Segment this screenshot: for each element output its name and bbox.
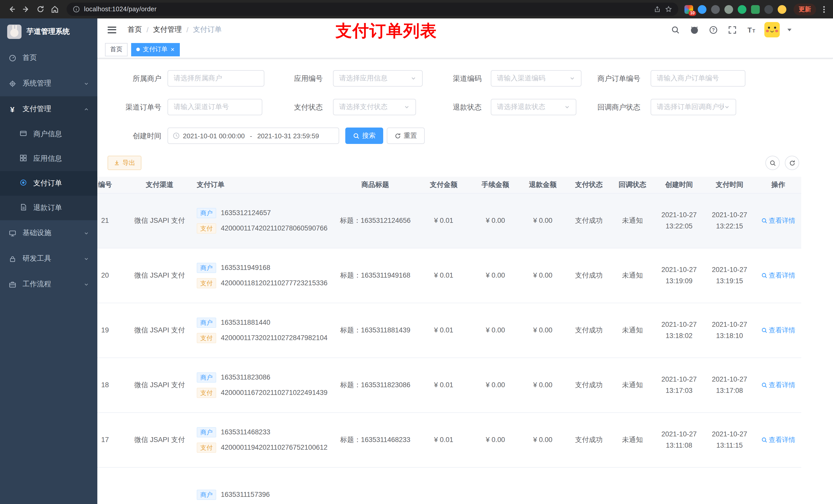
date-separator: -: [250, 132, 252, 140]
toggle-search-button[interactable]: [765, 156, 780, 170]
sidebar-item-merchant-info[interactable]: 商户信息: [0, 122, 97, 146]
cell-action: 查看详情: [755, 248, 801, 303]
extension-icon-4[interactable]: [724, 5, 733, 14]
sidebar-item-workflow[interactable]: 工作流程: [0, 271, 97, 297]
browser-home-button[interactable]: [48, 3, 62, 16]
view-detail-link[interactable]: 查看详情: [761, 435, 795, 444]
table-toolbar: 导出: [108, 156, 823, 170]
user-menu-caret-icon[interactable]: [787, 28, 791, 31]
sidebar-item-pay-order[interactable]: 支付订单: [0, 171, 97, 196]
extension-icon-3[interactable]: [711, 5, 720, 14]
font-size-icon[interactable]: TT: [745, 24, 757, 35]
fullscreen-icon[interactable]: [727, 24, 738, 35]
url-text: localhost:1024/pay/order: [84, 6, 649, 13]
view-detail-link[interactable]: 查看详情: [761, 326, 795, 335]
sidebar-item-system[interactable]: 系统管理: [0, 71, 97, 96]
tags-view-bar: 首页 支付订单 ×: [97, 41, 833, 58]
merchant-order-no-input[interactable]: 请输入商户订单编号: [651, 70, 745, 87]
dashboard-icon: [8, 54, 16, 62]
share-icon[interactable]: [654, 6, 661, 13]
merchant-select[interactable]: 请选择所属商户: [168, 70, 264, 87]
sidebar-item-home[interactable]: 首页: [0, 45, 97, 71]
pay-status-select[interactable]: 请选择支付状态: [333, 99, 416, 115]
extension-icon-8[interactable]: [778, 5, 786, 14]
sidebar-item-dev-tools[interactable]: 研发工具: [0, 246, 97, 271]
navbar-actions: ? TT: [670, 22, 825, 38]
cell-pay-status: 支付成功: [567, 193, 611, 248]
browser-back-button[interactable]: [5, 3, 19, 16]
close-tab-icon[interactable]: ×: [171, 46, 174, 53]
cell-pay-time: 2021-10-2713:18:10: [704, 303, 755, 358]
sidebar-item-payment[interactable]: ¥ 支付管理: [0, 96, 97, 122]
refund-status-select[interactable]: 请选择退款状态: [491, 99, 576, 115]
table-row[interactable]: 18 微信 JSAPI 支付 商户1635311823086 支付4200001…: [97, 358, 801, 412]
browser-forward-button[interactable]: [20, 3, 33, 16]
breadcrumb-pay[interactable]: 支付管理: [153, 25, 182, 34]
merchant-order-no: 1635311157396: [221, 491, 270, 498]
pay-tag: 支付: [197, 333, 216, 343]
table-row-partial[interactable]: 商户1635311157396: [97, 467, 801, 504]
address-bar[interactable]: localhost:1024/pay/order: [67, 3, 678, 16]
browser-menu-icon[interactable]: [820, 4, 828, 15]
sidebar-item-app-info[interactable]: 应用信息: [0, 146, 97, 171]
create-time-range-picker[interactable]: 2021-10-01 00:00:00 - 2021-10-31 23:59:5…: [168, 127, 339, 144]
bookmark-star-icon[interactable]: [665, 6, 672, 13]
view-detail-link[interactable]: 查看详情: [761, 271, 795, 280]
app-select[interactable]: 请选择应用信息: [333, 70, 423, 87]
cell-id: 21: [97, 193, 127, 248]
browser-toolbar: localhost:1024/pay/order 10 更新: [0, 0, 833, 19]
cell-pay-status: 支付成功: [567, 358, 611, 412]
view-detail-link[interactable]: 查看详情: [761, 216, 795, 225]
cell-pay-time: 2021-10-2713:19:15: [704, 248, 755, 303]
table-row[interactable]: 19 微信 JSAPI 支付 商户1635311881440 支付4200001…: [97, 303, 801, 358]
extension-icon-1[interactable]: 10: [685, 5, 693, 14]
breadcrumb-home[interactable]: 首页: [127, 25, 142, 34]
extension-icon-6[interactable]: [751, 5, 760, 14]
main-content: 首页 / 支付管理 / 支付订单 支付订单列表 ?: [97, 19, 833, 504]
channel-code-input[interactable]: 请输入渠道编码: [491, 70, 581, 87]
table-header-row: 编号 支付渠道 支付订单 商品标题 支付金额 手续金额 退款金额 支付状态 回调…: [97, 177, 801, 193]
export-button[interactable]: 导出: [108, 156, 141, 170]
table-row[interactable]: 20 微信 JSAPI 支付 商户1635311949168 支付4200001…: [97, 248, 801, 303]
site-info-icon[interactable]: [73, 6, 80, 13]
browser-update-button[interactable]: 更新: [793, 3, 816, 15]
cell-refund: ¥ 0.00: [519, 412, 567, 467]
cell-title: 标题：1635311949168: [336, 248, 415, 303]
collapse-sidebar-icon[interactable]: [105, 23, 119, 36]
target-icon: [20, 179, 27, 188]
pay-order-no: 4200001167202110271022491439: [221, 389, 327, 397]
tab-pay-order[interactable]: 支付订单 ×: [131, 43, 180, 56]
label-notify-status: 回调商户状态: [574, 99, 640, 115]
sidebar-item-infra[interactable]: 基础设施: [0, 220, 97, 246]
extension-icon-5[interactable]: [738, 5, 746, 14]
sidebar-logo[interactable]: 芋道管理系统: [0, 19, 97, 45]
browser-refresh-button[interactable]: [34, 3, 47, 16]
table-row[interactable]: 17 微信 JSAPI 支付 商户1635311468233 支付4200001…: [97, 412, 801, 467]
tab-home[interactable]: 首页: [105, 43, 127, 56]
reset-button[interactable]: 重置: [387, 127, 425, 144]
help-icon[interactable]: ?: [708, 24, 719, 35]
card-icon: [20, 129, 27, 139]
refresh-table-button[interactable]: [785, 156, 799, 170]
search-icon[interactable]: [670, 24, 681, 35]
table-row[interactable]: 21 微信 JSAPI 支付 商户1635312124657 支付4200001…: [97, 193, 801, 248]
merchant-tag: 商户: [197, 317, 216, 328]
sidebar-item-refund-order[interactable]: 退款订单: [0, 196, 97, 220]
orders-table: 编号 支付渠道 支付订单 商品标题 支付金额 手续金额 退款金额 支付状态 回调…: [97, 177, 833, 504]
date-start: 2021-10-01 00:00:00: [183, 132, 245, 140]
user-avatar[interactable]: [764, 22, 780, 38]
breadcrumb: 首页 / 支付管理 / 支付订单: [127, 25, 222, 34]
search-button[interactable]: 搜索: [345, 127, 383, 144]
github-icon[interactable]: [689, 24, 700, 35]
extension-icon-2[interactable]: [698, 5, 707, 14]
channel-order-no-input[interactable]: 请输入渠道订单号: [168, 99, 262, 115]
extension-icon-7[interactable]: [764, 5, 773, 14]
cell-fee: ¥ 0.00: [472, 412, 519, 467]
cell-fee: ¥ 0.00: [472, 358, 519, 412]
label-channel-code: 渠道编码: [415, 70, 481, 87]
chevron-down-icon: [84, 256, 89, 262]
cell-pay-time: 2021-10-2713:17:08: [704, 358, 755, 412]
notify-status-select[interactable]: 请选择订单回调商户状态: [651, 99, 736, 115]
view-detail-link[interactable]: 查看详情: [761, 380, 795, 389]
cell-amount: ¥ 0.01: [415, 303, 472, 358]
